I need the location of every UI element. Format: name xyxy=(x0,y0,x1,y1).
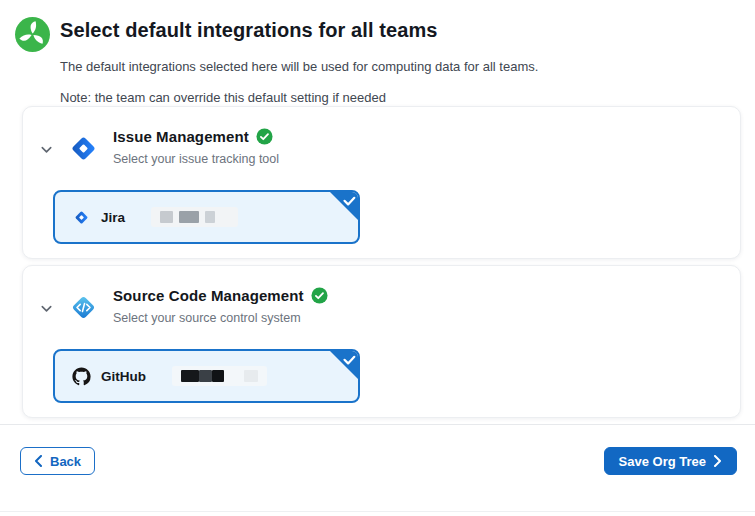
selected-option-github[interactable]: GitHub xyxy=(53,349,360,403)
section-source-code-management: Source Code Management Select your sourc… xyxy=(22,265,741,418)
section-title: Source Code Management xyxy=(113,287,304,304)
pinwheel-logo-icon xyxy=(14,16,51,53)
chevron-left-icon xyxy=(34,455,43,467)
back-button-label: Back xyxy=(50,454,81,469)
jira-icon xyxy=(72,208,91,227)
selected-check-icon xyxy=(329,191,359,221)
page-description: The default integrations selected here w… xyxy=(60,59,538,75)
chevron-right-icon xyxy=(713,455,722,467)
save-button-label: Save Org Tree xyxy=(619,454,706,469)
source-code-icon xyxy=(66,290,101,325)
section-title: Issue Management xyxy=(113,128,249,145)
check-circle-icon xyxy=(256,128,273,145)
redacted-text xyxy=(151,207,238,227)
jira-icon xyxy=(66,131,101,166)
collapse-toggle[interactable] xyxy=(35,298,57,320)
page-title: Select default integrations for all team… xyxy=(60,16,538,44)
github-icon xyxy=(72,367,91,386)
selected-option-jira[interactable]: Jira xyxy=(53,190,360,244)
section-subtitle: Select your source control system xyxy=(113,311,328,325)
bottom-divider xyxy=(0,511,755,512)
chevron-down-icon xyxy=(39,142,54,157)
footer-bar: Back Save Org Tree xyxy=(0,424,755,475)
redacted-text xyxy=(172,366,267,386)
save-org-tree-button[interactable]: Save Org Tree xyxy=(604,447,737,475)
collapse-toggle[interactable] xyxy=(35,139,57,161)
option-label: GitHub xyxy=(101,369,146,384)
page-note: Note: the team can override this default… xyxy=(60,90,538,106)
chevron-down-icon xyxy=(39,301,54,316)
check-circle-icon xyxy=(311,287,328,304)
selected-check-icon xyxy=(329,350,359,380)
section-issue-management: Issue Management Select your issue track… xyxy=(22,106,741,259)
page-header: Select default integrations for all team… xyxy=(0,0,755,106)
section-subtitle: Select your issue tracking tool xyxy=(113,152,279,166)
option-label: Jira xyxy=(101,210,125,225)
back-button[interactable]: Back xyxy=(20,447,95,475)
